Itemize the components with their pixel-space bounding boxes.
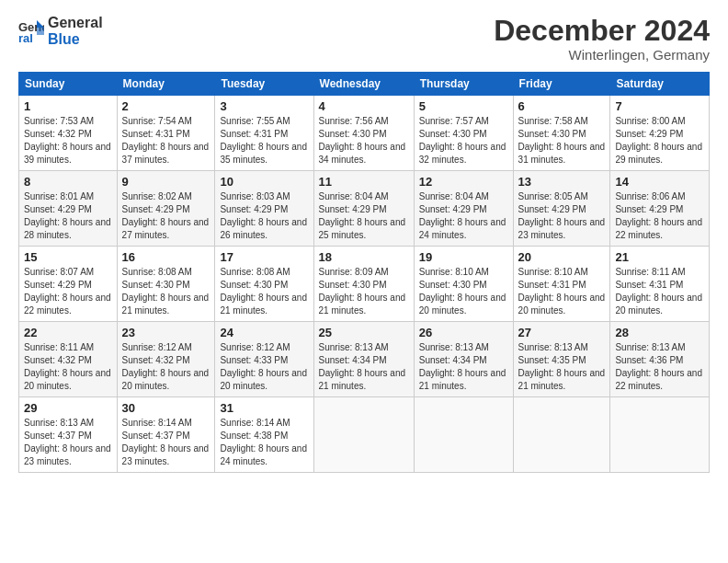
day-info: Sunrise: 8:13 AMSunset: 4:37 PMDaylight:… [24,417,112,468]
calendar-cell: 13Sunrise: 8:05 AMSunset: 4:29 PMDayligh… [513,171,610,247]
calendar-header-row: SundayMondayTuesdayWednesdayThursdayFrid… [19,73,710,96]
calendar-cell: 10Sunrise: 8:03 AMSunset: 4:29 PMDayligh… [215,171,313,247]
day-info: Sunrise: 8:03 AMSunset: 4:29 PMDaylight:… [220,190,308,242]
day-number: 4 [319,99,409,113]
calendar-cell: 7Sunrise: 8:00 AMSunset: 4:29 PMDaylight… [610,96,710,171]
calendar-week-1: 1Sunrise: 7:53 AMSunset: 4:32 PMDaylight… [19,96,710,171]
logo: Gene ral General Blue [18,15,103,49]
day-info: Sunrise: 8:01 AMSunset: 4:29 PMDaylight:… [24,190,112,242]
day-number: 30 [122,401,210,415]
page: Gene ral General Blue December 2024 Wint… [0,0,728,563]
svg-marker-3 [37,28,44,35]
calendar-cell: 18Sunrise: 8:09 AMSunset: 4:30 PMDayligh… [313,247,414,322]
calendar-week-5: 29Sunrise: 8:13 AMSunset: 4:37 PMDayligh… [19,397,710,473]
day-number: 24 [220,326,308,339]
calendar-cell: 2Sunrise: 7:54 AMSunset: 4:31 PMDaylight… [117,96,215,171]
day-number: 10 [220,175,308,189]
day-info: Sunrise: 7:57 AMSunset: 4:30 PMDaylight:… [419,115,508,167]
day-info: Sunrise: 8:14 AMSunset: 4:38 PMDaylight:… [220,417,308,468]
day-header-wednesday: Wednesday [313,73,414,96]
calendar-week-3: 15Sunrise: 8:07 AMSunset: 4:29 PMDayligh… [19,247,710,322]
day-number: 2 [122,99,210,113]
calendar-week-4: 22Sunrise: 8:11 AMSunset: 4:32 PMDayligh… [19,322,710,397]
day-number: 21 [615,250,704,264]
calendar-table: SundayMondayTuesdayWednesdayThursdayFrid… [18,72,710,473]
logo-line1: General [48,15,103,31]
day-number: 12 [419,175,508,189]
day-number: 13 [518,175,606,189]
day-info: Sunrise: 8:05 AMSunset: 4:29 PMDaylight:… [518,190,606,242]
calendar-cell: 26Sunrise: 8:13 AMSunset: 4:34 PMDayligh… [414,322,513,397]
calendar-cell: 3Sunrise: 7:55 AMSunset: 4:31 PMDaylight… [215,96,313,171]
day-number: 18 [319,250,409,264]
title-block: December 2024 Winterlingen, Germany [494,15,710,63]
day-header-thursday: Thursday [414,73,513,96]
calendar-cell: 31Sunrise: 8:14 AMSunset: 4:38 PMDayligh… [215,397,313,473]
day-number: 26 [419,326,508,339]
day-info: Sunrise: 8:13 AMSunset: 4:36 PMDaylight:… [615,341,704,393]
day-number: 14 [615,175,704,189]
calendar-cell: 5Sunrise: 7:57 AMSunset: 4:30 PMDaylight… [414,96,513,171]
day-number: 19 [419,250,508,264]
calendar-cell: 24Sunrise: 8:12 AMSunset: 4:33 PMDayligh… [215,322,313,397]
day-info: Sunrise: 7:56 AMSunset: 4:30 PMDaylight:… [319,115,409,167]
day-header-saturday: Saturday [610,73,710,96]
day-info: Sunrise: 8:13 AMSunset: 4:35 PMDaylight:… [518,341,606,393]
day-number: 29 [24,401,112,415]
calendar-cell: 30Sunrise: 8:14 AMSunset: 4:37 PMDayligh… [117,397,215,473]
day-info: Sunrise: 8:04 AMSunset: 4:29 PMDaylight:… [319,190,409,242]
day-info: Sunrise: 8:10 AMSunset: 4:31 PMDaylight:… [518,266,606,317]
day-number: 31 [220,401,308,415]
day-info: Sunrise: 7:53 AMSunset: 4:32 PMDaylight:… [24,115,112,167]
day-info: Sunrise: 8:08 AMSunset: 4:30 PMDaylight:… [122,266,210,317]
calendar-cell: 21Sunrise: 8:11 AMSunset: 4:31 PMDayligh… [610,247,710,322]
calendar-cell: 22Sunrise: 8:11 AMSunset: 4:32 PMDayligh… [19,322,118,397]
calendar-cell [513,397,610,473]
calendar-week-2: 8Sunrise: 8:01 AMSunset: 4:29 PMDaylight… [19,171,710,247]
day-info: Sunrise: 8:11 AMSunset: 4:31 PMDaylight:… [615,266,704,317]
calendar-cell: 20Sunrise: 8:10 AMSunset: 4:31 PMDayligh… [513,247,610,322]
calendar-cell: 28Sunrise: 8:13 AMSunset: 4:36 PMDayligh… [610,322,710,397]
day-number: 22 [24,326,112,339]
day-number: 20 [518,250,606,264]
calendar-cell: 19Sunrise: 8:10 AMSunset: 4:30 PMDayligh… [414,247,513,322]
day-number: 23 [122,326,210,339]
calendar-cell: 4Sunrise: 7:56 AMSunset: 4:30 PMDaylight… [313,96,414,171]
day-info: Sunrise: 8:07 AMSunset: 4:29 PMDaylight:… [24,266,112,317]
logo-line2: Blue [48,31,103,48]
svg-text:ral: ral [18,31,33,44]
day-info: Sunrise: 8:11 AMSunset: 4:32 PMDaylight:… [24,341,112,393]
day-info: Sunrise: 8:08 AMSunset: 4:30 PMDaylight:… [220,266,308,317]
day-number: 9 [122,175,210,189]
day-number: 16 [122,250,210,264]
calendar-cell: 27Sunrise: 8:13 AMSunset: 4:35 PMDayligh… [513,322,610,397]
calendar-cell: 29Sunrise: 8:13 AMSunset: 4:37 PMDayligh… [19,397,118,473]
day-number: 27 [518,326,606,339]
day-info: Sunrise: 8:14 AMSunset: 4:37 PMDaylight:… [122,417,210,468]
day-number: 7 [615,99,704,113]
day-info: Sunrise: 8:13 AMSunset: 4:34 PMDaylight:… [319,341,409,393]
day-number: 11 [319,175,409,189]
calendar-cell: 14Sunrise: 8:06 AMSunset: 4:29 PMDayligh… [610,171,710,247]
day-header-monday: Monday [117,73,215,96]
day-info: Sunrise: 8:10 AMSunset: 4:30 PMDaylight:… [419,266,508,317]
day-number: 5 [419,99,508,113]
calendar-cell [414,397,513,473]
day-info: Sunrise: 8:12 AMSunset: 4:32 PMDaylight:… [122,341,210,393]
calendar-cell: 6Sunrise: 7:58 AMSunset: 4:30 PMDaylight… [513,96,610,171]
subtitle: Winterlingen, Germany [494,47,710,63]
calendar-cell [610,397,710,473]
day-number: 8 [24,175,112,189]
day-info: Sunrise: 8:00 AMSunset: 4:29 PMDaylight:… [615,115,704,167]
day-number: 17 [220,250,308,264]
header: Gene ral General Blue December 2024 Wint… [18,15,710,63]
day-number: 6 [518,99,606,113]
day-number: 15 [24,250,112,264]
day-info: Sunrise: 8:06 AMSunset: 4:29 PMDaylight:… [615,190,704,242]
calendar-cell: 16Sunrise: 8:08 AMSunset: 4:30 PMDayligh… [117,247,215,322]
day-info: Sunrise: 7:54 AMSunset: 4:31 PMDaylight:… [122,115,210,167]
calendar-cell: 1Sunrise: 7:53 AMSunset: 4:32 PMDaylight… [19,96,118,171]
day-header-sunday: Sunday [19,73,118,96]
calendar-cell: 12Sunrise: 8:04 AMSunset: 4:29 PMDayligh… [414,171,513,247]
day-info: Sunrise: 7:55 AMSunset: 4:31 PMDaylight:… [220,115,308,167]
